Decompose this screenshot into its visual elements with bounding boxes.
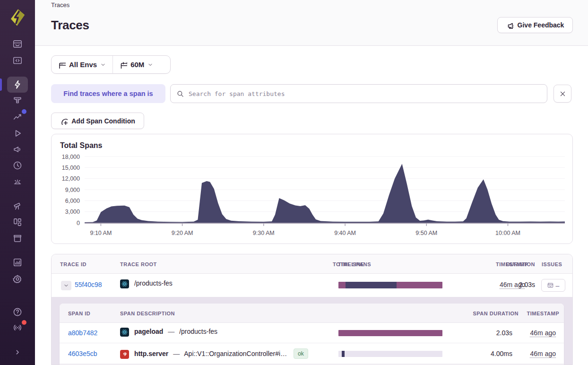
column-span-duration: SPAN DURATION xyxy=(473,311,519,316)
alerts-icon xyxy=(12,176,23,187)
find-traces-label: Find traces where a span is xyxy=(51,84,165,103)
sidebar-item-performance[interactable] xyxy=(7,109,28,125)
column-timeline: TIMELINE xyxy=(338,261,364,267)
whats-new-icon xyxy=(12,322,23,333)
crons-icon xyxy=(12,160,23,171)
span-row[interactable]: a80b7482 pageload xyxy=(60,323,564,343)
span-description: /products-fes xyxy=(179,328,217,335)
time-range-filter[interactable]: 60M xyxy=(113,56,160,73)
separator: — xyxy=(170,350,182,357)
column-trace-root: TRACE ROOT xyxy=(120,261,157,267)
sidebar-item-help[interactable] xyxy=(7,304,28,320)
replays-icon xyxy=(12,128,23,139)
sidebar-item-whats-new[interactable] xyxy=(7,320,28,336)
add-span-condition-button[interactable]: Add Span Condition xyxy=(51,113,144,129)
column-issues: ISSUES xyxy=(542,261,562,267)
trace-timestamp[interactable]: 46m ago xyxy=(500,281,525,288)
svg-text:10:00 AM: 10:00 AM xyxy=(495,230,520,236)
environment-filter-label: All Envs xyxy=(69,61,97,69)
give-feedback-label: Give Feedback xyxy=(518,21,564,29)
trace-table-header: TRACE ID TRACE ROOT TOTAL SPANS TIMELINE… xyxy=(52,254,572,274)
trace-issues-count: – xyxy=(556,282,560,289)
svg-text:12,000: 12,000 xyxy=(62,175,80,182)
breadcrumb[interactable]: Traces xyxy=(51,1,69,9)
span-id-link[interactable]: 4603e5cb xyxy=(68,350,97,357)
separator: — xyxy=(165,328,177,335)
span-id-link[interactable]: a80b7482 xyxy=(68,329,97,337)
expanded-trace-panel: SPAN ID SPAN DESCRIPTION SPAN DURATION T… xyxy=(52,297,572,365)
sidebar-item-settings[interactable] xyxy=(7,271,28,287)
environment-filter[interactable]: All Envs xyxy=(52,56,112,73)
total-spans-area-chart: 03,0006,0009,00012,00015,00018,0009:10 A… xyxy=(52,154,573,244)
span-duration: 4.00ms xyxy=(491,350,512,357)
window-icon xyxy=(58,61,66,69)
dashboards-icon xyxy=(12,217,23,227)
svg-text:9:20 AM: 9:20 AM xyxy=(172,230,193,236)
sentry-logo-icon[interactable] xyxy=(8,8,27,27)
traces-page: Traces Traces Give Feedback All Envs 60M… xyxy=(0,0,588,365)
span-timestamp[interactable]: 46m ago xyxy=(530,350,556,357)
megaphone-icon xyxy=(506,21,514,29)
projects-icon xyxy=(12,55,23,66)
time-range-label: 60M xyxy=(130,61,144,69)
trace-id-link[interactable]: 55f40c98 xyxy=(75,281,102,288)
trace-root-label: /products-fes xyxy=(134,279,173,287)
span-duration-bar xyxy=(338,330,442,336)
ruby-icon xyxy=(120,350,129,359)
sidebar-item-dashboards[interactable] xyxy=(7,214,28,230)
sidebar-item-alerts[interactable] xyxy=(7,174,28,190)
span-op: http.server xyxy=(134,350,168,357)
releases-icon xyxy=(12,233,23,243)
column-span-timestamp: TIMESTAMP xyxy=(527,311,559,316)
sidebar-item-replays[interactable] xyxy=(7,125,28,141)
trace-issues-button[interactable]: – xyxy=(541,279,565,292)
sidebar-item-releases[interactable] xyxy=(7,230,28,246)
sidebar-item-discover[interactable] xyxy=(7,198,28,214)
svg-text:9:10 AM: 9:10 AM xyxy=(90,230,112,236)
stats-icon xyxy=(12,257,23,268)
issue-icon xyxy=(547,282,553,288)
svg-text:9,000: 9,000 xyxy=(65,187,80,193)
chevron-down-icon xyxy=(100,62,106,68)
collapse-trace-button[interactable] xyxy=(61,281,71,290)
span-duration-bar xyxy=(338,351,442,357)
svg-text:18,000: 18,000 xyxy=(62,154,80,160)
react-icon xyxy=(120,279,129,288)
column-trace-id: TRACE ID xyxy=(60,261,86,267)
trace-row[interactable]: 55f40c98 /products-fes 624 2.03s 46m ago xyxy=(52,274,572,297)
trace-root-cell: /products-fes xyxy=(120,279,173,288)
give-feedback-button[interactable]: Give Feedback xyxy=(497,17,573,33)
span-op: pageload xyxy=(134,328,163,335)
sidebar-item-projects[interactable] xyxy=(7,52,28,69)
span-search-input[interactable] xyxy=(189,90,541,97)
sidebar-item-collapse[interactable] xyxy=(7,344,28,360)
performance-icon xyxy=(12,112,23,122)
chart-title: Total Spans xyxy=(60,141,103,150)
svg-text:9:30 AM: 9:30 AM xyxy=(253,230,275,236)
sidebar-item-stats[interactable] xyxy=(7,254,28,270)
svg-text:6,000: 6,000 xyxy=(65,198,80,204)
span-table-header: SPAN ID SPAN DESCRIPTION SPAN DURATION T… xyxy=(60,304,564,323)
trace-timeline-bar xyxy=(338,282,442,288)
svg-text:3,000: 3,000 xyxy=(65,209,80,215)
close-icon xyxy=(559,90,566,97)
issues-icon xyxy=(12,39,23,49)
chevron-down-icon xyxy=(63,283,69,288)
whats-new-notification-dot xyxy=(22,320,26,325)
sidebar xyxy=(0,0,35,365)
span-timestamp[interactable]: 46m ago xyxy=(530,329,556,337)
sidebar-item-explore[interactable] xyxy=(7,77,28,93)
sidebar-item-feedback[interactable] xyxy=(7,141,28,157)
span-description-cell: pageload — /products-fes xyxy=(120,328,217,337)
sidebar-item-insights[interactable] xyxy=(7,93,28,109)
span-row[interactable]: 4603e5cb http.server — Api::V1::Organiza… xyxy=(60,344,564,364)
span-description-cell: http.server — Api::V1::OrganizationContr… xyxy=(120,348,308,359)
header-divider xyxy=(35,45,588,46)
page-filter-bar: All Envs 60M xyxy=(51,55,171,74)
sidebar-item-crons[interactable] xyxy=(7,157,28,174)
column-span-description: SPAN DESCRIPTION xyxy=(120,311,175,316)
svg-text:9:50 AM: 9:50 AM xyxy=(415,230,437,236)
sidebar-item-issues[interactable] xyxy=(7,36,28,52)
clear-search-button[interactable] xyxy=(553,85,571,103)
active-item-indicator xyxy=(0,78,2,91)
